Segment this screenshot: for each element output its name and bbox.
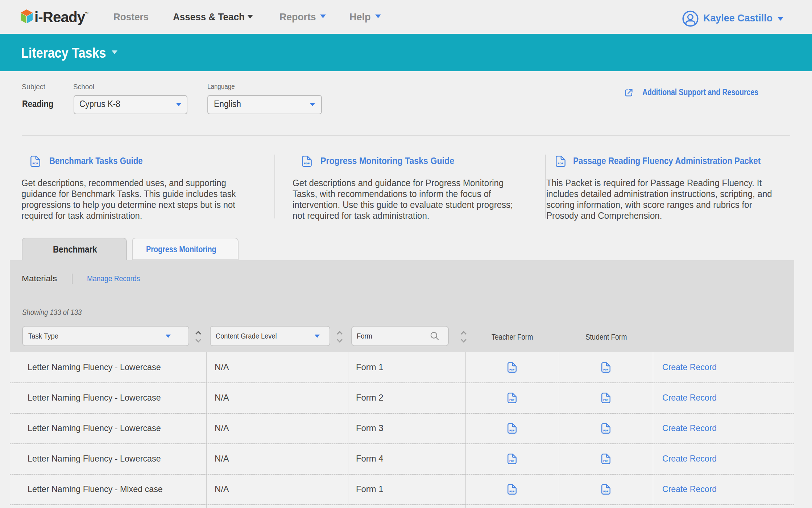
svg-text:PDF: PDF — [304, 162, 310, 165]
svg-text:PDF: PDF — [558, 162, 563, 165]
svg-text:PDF: PDF — [32, 162, 38, 165]
